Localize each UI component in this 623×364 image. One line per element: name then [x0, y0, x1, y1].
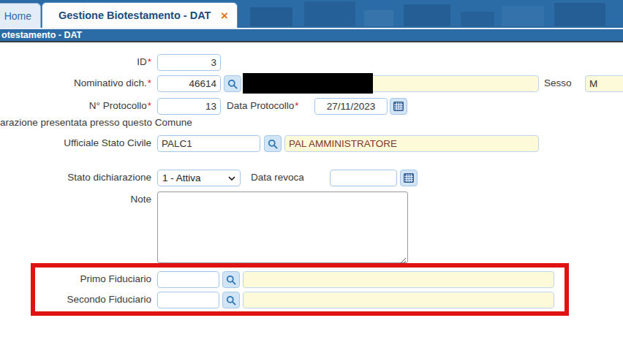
stato-dichiarazione-select[interactable]: 1 - Attiva: [157, 170, 241, 186]
tab-gestione-biotestamento[interactable]: Gestione Biotestamento - DAT ×: [42, 2, 238, 29]
primo-fiduciario-code-field[interactable]: [157, 271, 219, 288]
data-protocollo-calendar-button[interactable]: [390, 98, 407, 115]
note-field-wrapper: [157, 192, 408, 263]
primo-fiduciario-descr-field[interactable]: [243, 271, 554, 288]
primo-fiduciario-label: Primo Fiduciario: [0, 273, 151, 284]
sesso-label: Sesso: [544, 77, 572, 88]
id-label: ID*: [0, 56, 151, 67]
sesso-field[interactable]: [585, 75, 623, 92]
tab-home[interactable]: Home: [0, 3, 41, 28]
breadcrumb-text: otestamento - DAT: [1, 30, 82, 40]
stato-selected-value: 1 - Attiva: [162, 172, 228, 183]
note-label: Note: [0, 194, 151, 205]
secondo-fiduciario-label: Secondo Fiduciario: [0, 294, 151, 305]
calendar-icon: [393, 102, 404, 111]
id-field[interactable]: [157, 54, 221, 71]
data-revoca-calendar-button[interactable]: [400, 170, 418, 186]
search-icon: [227, 79, 238, 89]
redacted-name-overlay: [243, 73, 373, 94]
primo-fiduciario-search-button[interactable]: [222, 271, 240, 288]
chevron-down-icon: [228, 176, 235, 181]
ufficiale-search-button[interactable]: [264, 135, 282, 152]
ufficiale-code-field[interactable]: [157, 135, 260, 152]
nominativo-code-field[interactable]: [157, 75, 221, 92]
secondo-fiduciario-search-button[interactable]: [222, 292, 240, 308]
required-asterisk: *: [148, 100, 151, 111]
search-icon: [226, 275, 236, 285]
data-protocollo-field[interactable]: [314, 98, 388, 115]
dichiarazione-comune-text: arazione presentata presso questo Comune: [0, 117, 192, 128]
biotestamento-window: Home Gestione Biotestamento - DAT × otes…: [0, 0, 623, 364]
stato-dichiarazione-label: Stato dichiarazione: [0, 172, 151, 183]
required-asterisk: *: [148, 56, 151, 67]
protocollo-field[interactable]: [157, 98, 221, 115]
protocollo-label: N° Protocollo*: [0, 100, 151, 111]
data-protocollo-label: Data Protocollo*: [227, 100, 299, 111]
tab-home-label: Home: [4, 10, 31, 22]
search-icon: [226, 295, 236, 306]
ufficiale-label: Ufficiale Stato Civile: [0, 137, 151, 148]
ufficiale-descr-field[interactable]: [284, 135, 539, 152]
secondo-fiduciario-code-field[interactable]: [157, 292, 219, 308]
required-asterisk: *: [148, 77, 151, 88]
search-icon: [268, 139, 278, 149]
breadcrumb: otestamento - DAT: [0, 29, 623, 41]
nominativo-label: Nominativo dich.*: [0, 77, 151, 88]
calendar-icon: [404, 173, 414, 183]
header-divider: [0, 41, 623, 42]
required-asterisk: *: [295, 100, 298, 111]
close-icon[interactable]: ×: [221, 10, 228, 22]
data-revoca-label: Data revoca: [251, 172, 304, 183]
secondo-fiduciario-descr-field[interactable]: [243, 292, 554, 308]
nominativo-search-button[interactable]: [224, 75, 241, 92]
tab-active-label: Gestione Biotestamento - DAT: [58, 10, 214, 21]
data-revoca-field[interactable]: [330, 170, 397, 186]
note-textarea[interactable]: [157, 192, 408, 263]
resize-handle-icon[interactable]: [399, 254, 407, 262]
skyline-decoration: [241, 0, 623, 26]
